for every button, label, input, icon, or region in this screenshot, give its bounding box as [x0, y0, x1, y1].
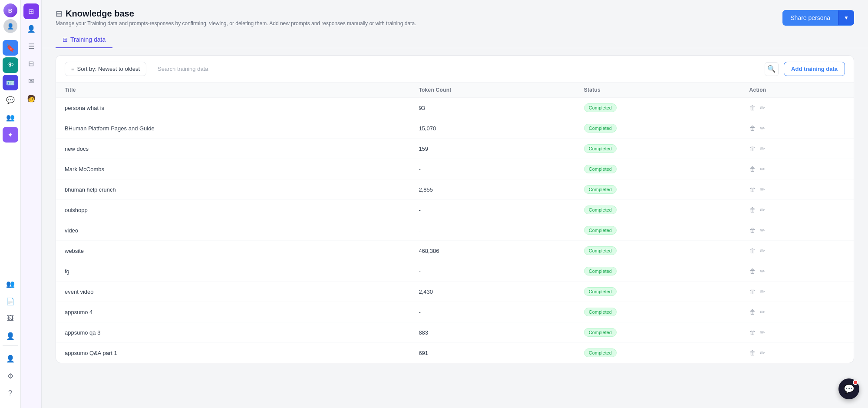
- delete-icon-8[interactable]: 🗑: [749, 268, 756, 275]
- edit-icon-6[interactable]: ✏: [760, 227, 765, 234]
- cell-status-2: Completed: [575, 139, 741, 159]
- share-dropdown-icon[interactable]: ▼: [838, 10, 854, 25]
- image-nav-icon[interactable]: 🖼: [3, 311, 18, 326]
- second-profile-icon[interactable]: 🧑: [23, 90, 39, 106]
- edit-icon-1[interactable]: ✏: [760, 125, 765, 132]
- edit-icon-12[interactable]: ✏: [760, 349, 765, 356]
- cell-title-9: event video: [56, 282, 410, 302]
- delete-icon-2[interactable]: 🗑: [749, 145, 756, 152]
- status-badge-0: Completed: [584, 103, 617, 112]
- edit-icon-10[interactable]: ✏: [760, 308, 765, 315]
- cell-token-count-10: -: [410, 302, 575, 322]
- table-row: event video 2,430 Completed 🗑 ✏: [56, 282, 854, 302]
- cell-status-11: Completed: [575, 322, 741, 343]
- second-menu-icon[interactable]: ☰: [23, 38, 39, 54]
- persona-nav-icon[interactable]: 👁: [3, 57, 18, 73]
- delete-icon-3[interactable]: 🗑: [749, 166, 756, 172]
- delete-icon-4[interactable]: 🗑: [749, 186, 756, 193]
- action-cell-6: 🗑 ✏: [749, 227, 845, 234]
- training-data-tab-icon: ⊞: [63, 36, 68, 43]
- cell-status-12: Completed: [575, 343, 741, 363]
- search-icon-button[interactable]: 🔍: [765, 62, 779, 76]
- table-row: video - Completed 🗑 ✏: [56, 220, 854, 241]
- cell-action-7: 🗑 ✏: [741, 241, 854, 261]
- delete-icon-1[interactable]: 🗑: [749, 125, 756, 132]
- cell-title-6: video: [56, 220, 410, 241]
- second-grid-icon[interactable]: ⊞: [23, 3, 39, 19]
- second-person-icon[interactable]: 👤: [23, 21, 39, 36]
- settings-icon[interactable]: ⚙: [3, 368, 18, 384]
- sort-button[interactable]: ≡ Sort by: Newest to oldest: [65, 62, 146, 76]
- cell-status-10: Completed: [575, 302, 741, 322]
- cell-status-6: Completed: [575, 220, 741, 241]
- cell-action-12: 🗑 ✏: [741, 343, 854, 363]
- cell-title-12: appsumo Q&A part 1: [56, 343, 410, 363]
- cell-token-count-7: 468,386: [410, 241, 575, 261]
- person-bottom-icon[interactable]: 👤: [3, 351, 18, 366]
- id-nav-icon[interactable]: 🪪: [3, 75, 18, 90]
- delete-icon-0[interactable]: 🗑: [749, 104, 756, 111]
- col-title: Title: [56, 83, 410, 98]
- status-badge-9: Completed: [584, 287, 617, 296]
- sparkle-nav-icon[interactable]: ✦: [3, 127, 18, 143]
- action-cell-2: 🗑 ✏: [749, 145, 845, 152]
- second-table-icon[interactable]: ⊟: [23, 56, 39, 71]
- edit-icon-11[interactable]: ✏: [760, 329, 765, 336]
- edit-icon-2[interactable]: ✏: [760, 145, 765, 152]
- search-input[interactable]: [152, 62, 759, 76]
- table-row: appsumo qa 3 883 Completed 🗑 ✏: [56, 322, 854, 343]
- status-badge-3: Completed: [584, 165, 617, 173]
- training-data-table: Title Token Count Status Action persona …: [56, 83, 854, 363]
- cell-token-count-5: -: [410, 200, 575, 220]
- cell-title-1: BHuman Platform Pages and Guide: [56, 118, 410, 139]
- status-badge-12: Completed: [584, 348, 617, 357]
- header-title-row: ⊟ Knowledge base: [56, 9, 416, 19]
- table-row: fg - Completed 🗑 ✏: [56, 261, 854, 282]
- bookmark-nav-icon[interactable]: 🔖: [3, 40, 18, 56]
- edit-icon-8[interactable]: ✏: [760, 268, 765, 275]
- cell-title-3: Mark McCombs: [56, 159, 410, 179]
- delete-icon-9[interactable]: 🗑: [749, 288, 756, 295]
- logo-avatar[interactable]: B: [3, 3, 17, 17]
- cell-token-count-11: 883: [410, 322, 575, 343]
- edit-icon-3[interactable]: ✏: [760, 166, 765, 172]
- delete-icon-11[interactable]: 🗑: [749, 329, 756, 336]
- help-icon[interactable]: ?: [3, 385, 18, 401]
- people-nav-icon[interactable]: 👥: [3, 109, 18, 125]
- delete-icon-7[interactable]: 🗑: [749, 247, 756, 254]
- edit-icon-9[interactable]: ✏: [760, 288, 765, 295]
- chat-bubble[interactable]: 💬: [838, 378, 859, 399]
- cell-token-count-8: -: [410, 261, 575, 282]
- edit-icon-7[interactable]: ✏: [760, 247, 765, 254]
- cell-token-count-2: 159: [410, 139, 575, 159]
- user-avatar[interactable]: 👤: [3, 19, 17, 33]
- header-subtitle: Manage your Training data and prompts-re…: [56, 20, 416, 27]
- cell-status-9: Completed: [575, 282, 741, 302]
- cell-action-9: 🗑 ✏: [741, 282, 854, 302]
- share-persona-button[interactable]: Share persona ▼: [782, 10, 854, 26]
- action-cell-11: 🗑 ✏: [749, 329, 845, 336]
- cell-title-2: new docs: [56, 139, 410, 159]
- delete-icon-6[interactable]: 🗑: [749, 227, 756, 234]
- edit-icon-4[interactable]: ✏: [760, 186, 765, 193]
- share-btn-label[interactable]: Share persona: [782, 10, 838, 26]
- status-badge-4: Completed: [584, 185, 617, 194]
- profile-nav-icon[interactable]: 👤: [3, 328, 18, 344]
- delete-icon-5[interactable]: 🗑: [749, 206, 756, 213]
- training-data-table-container: ≡ Sort by: Newest to oldest 🔍 Add traini…: [56, 55, 854, 363]
- team-nav-icon[interactable]: 👥: [3, 276, 18, 292]
- search-container: [152, 62, 759, 76]
- delete-icon-10[interactable]: 🗑: [749, 308, 756, 315]
- cell-action-10: 🗑 ✏: [741, 302, 854, 322]
- delete-icon-12[interactable]: 🗑: [749, 349, 756, 356]
- tab-training-data[interactable]: ⊞ Training data: [56, 32, 112, 48]
- edit-icon-5[interactable]: ✏: [760, 206, 765, 213]
- second-mail-icon[interactable]: ✉: [23, 73, 39, 89]
- chat-nav-icon[interactable]: 💬: [3, 92, 18, 108]
- edit-icon-0[interactable]: ✏: [760, 104, 765, 111]
- add-training-data-button[interactable]: Add training data: [784, 62, 845, 76]
- document-nav-icon[interactable]: 📄: [3, 293, 18, 309]
- cell-token-count-3: -: [410, 159, 575, 179]
- cell-title-5: ouishopp: [56, 200, 410, 220]
- tabs-list: ⊞ Training data: [56, 32, 854, 48]
